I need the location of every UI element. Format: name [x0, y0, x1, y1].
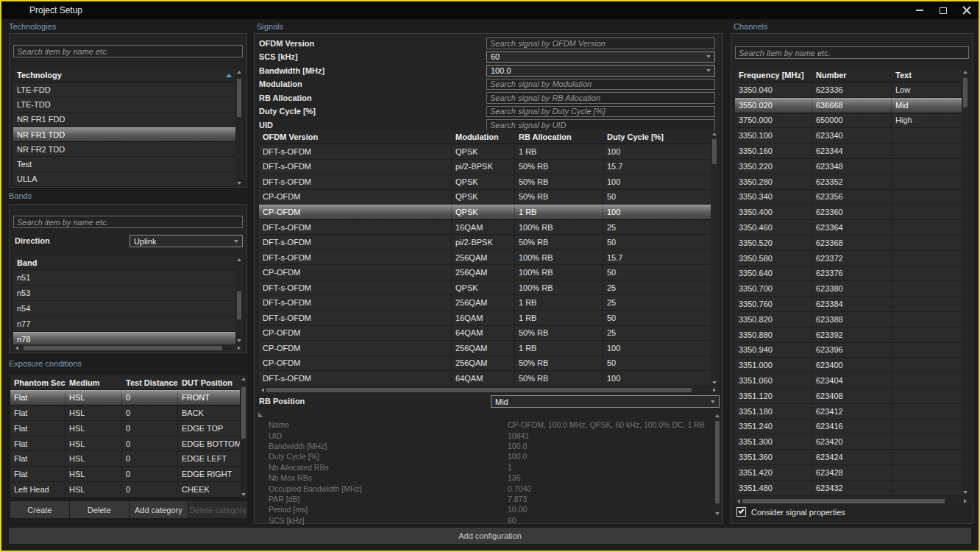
scroll-down-icon[interactable] [237, 182, 241, 185]
band-column-header[interactable]: Band [13, 256, 235, 269]
number-column-header[interactable]: Number [812, 68, 892, 82]
rb-position-dropdown[interactable]: Mid [491, 395, 720, 408]
band-row[interactable]: n78 [13, 332, 235, 344]
signal-row[interactable]: DFT-s-OFDM pi/2-BPSK 50% RB 15.7 [259, 160, 711, 175]
channel-row[interactable]: 3350.340 623356 [735, 190, 962, 205]
scroll-right-icon[interactable] [238, 346, 241, 350]
signals-horizontal-scrollbar[interactable] [259, 386, 718, 393]
technology-row[interactable]: LTE-FDD [13, 82, 235, 97]
text-column-header[interactable]: Text [892, 68, 962, 82]
technology-row[interactable]: LTE-TDD [13, 97, 235, 112]
signals-vertical-scrollbar[interactable] [711, 130, 718, 386]
signal-row[interactable]: CP-OFDM 256QAM 100% RB 50 [259, 265, 711, 280]
channel-row[interactable]: 3351.480 623432 [735, 481, 962, 496]
scroll-up-icon[interactable] [712, 132, 717, 135]
exposure-row[interactable]: Flat HSL 0 BACK [10, 406, 240, 421]
exposure-row[interactable]: Flat HSL 0 EDGE LEFT [10, 451, 240, 467]
technology-row[interactable]: ULLA [13, 172, 235, 187]
add-category-button[interactable]: Add category [129, 501, 188, 518]
band-row[interactable]: n53 [13, 286, 235, 301]
channel-row[interactable]: 3350.160 623344 [735, 144, 962, 159]
scrollbar-thumb[interactable] [742, 499, 945, 503]
exposure-row[interactable]: Flat HSL 0 EDGE RIGHT [10, 467, 240, 482]
signal-row[interactable]: DFT-s-OFDM QPSK 50% RB 100 [259, 174, 711, 190]
exposure-row[interactable]: Flat HSL 0 EDGE TOP [10, 421, 240, 436]
channel-row[interactable]: 3550.020 636668 Mid [735, 98, 962, 113]
delete-button[interactable]: Delete [70, 501, 129, 518]
uid-search-input[interactable] [486, 119, 715, 131]
channel-row[interactable]: 3351.360 623424 [735, 450, 962, 465]
maximize-button[interactable] [931, 1, 955, 19]
signal-row[interactable]: DFT-s-OFDM 16QAM 1 RB 50 [259, 311, 711, 326]
medium-column-header[interactable]: Medium [65, 375, 122, 389]
signal-row[interactable]: DFT-s-OFDM pi/2-BPSK 50% RB 50 [259, 235, 711, 250]
scrollbar-thumb[interactable] [241, 387, 246, 439]
scrollbar-thumb[interactable] [24, 346, 222, 350]
expander-icon[interactable] [258, 412, 263, 417]
bands-vertical-scrollbar[interactable] [235, 256, 243, 344]
bands-horizontal-scrollbar[interactable] [13, 344, 243, 352]
minimize-button[interactable] [908, 1, 931, 19]
signal-row[interactable]: CP-OFDM QPSK 1 RB 100 [259, 205, 711, 220]
channel-row[interactable]: 3350.040 623336 Low [735, 82, 962, 98]
scrollbar-thumb[interactable] [237, 79, 241, 117]
band-row[interactable]: n51 [13, 270, 235, 286]
band-row[interactable]: n77 [13, 316, 235, 332]
signals-table-header[interactable]: OFDM Version Modulation RB Allocation Du… [259, 130, 711, 144]
properties-scrollbar[interactable] [714, 412, 721, 517]
phantom-section-column-header[interactable]: Phantom Sect... [10, 375, 65, 389]
bands-search-input[interactable] [13, 216, 243, 228]
channel-row[interactable]: 3350.280 623352 [735, 174, 962, 190]
channel-row[interactable]: 3351.240 623416 [735, 420, 962, 435]
scroll-down-icon[interactable] [241, 493, 246, 496]
signal-row[interactable]: DFT-s-OFDM QPSK 1 RB 100 [259, 144, 711, 160]
scroll-up-icon[interactable] [715, 414, 720, 417]
exposure-row[interactable]: Flat HSL 0 EDGE BOTTOM [10, 436, 240, 452]
scroll-left-icon[interactable] [737, 499, 740, 503]
channels-search-input[interactable] [735, 46, 969, 59]
channel-row[interactable]: 3350.820 623388 [735, 312, 962, 328]
signal-row[interactable]: CP-OFDM QPSK 50% RB 50 [259, 190, 711, 205]
bandwidth-dropdown[interactable]: 100.0 [486, 65, 715, 77]
scroll-down-icon[interactable] [963, 491, 967, 494]
exposure-row[interactable]: Left Head HSL 0 CHEEK [10, 482, 240, 498]
signal-row[interactable]: CP-OFDM 256QAM 1 RB 100 [259, 341, 711, 356]
channel-row[interactable]: 3351.180 623412 [735, 404, 962, 420]
channel-row[interactable]: 3350.460 623364 [735, 220, 962, 236]
modulation-column-header[interactable]: Modulation [452, 130, 515, 144]
scroll-up-icon[interactable] [237, 71, 241, 74]
exposure-scrollbar[interactable] [240, 375, 247, 498]
ofdm-version-column-header[interactable]: OFDM Version [259, 130, 452, 144]
rb-allocation-column-header[interactable]: RB Allocation [515, 130, 603, 144]
channel-row[interactable]: 3350.700 623380 [735, 281, 962, 297]
channel-row[interactable]: 3750.000 650000 High [735, 113, 962, 129]
channel-row[interactable]: 3350.520 623368 [735, 236, 962, 251]
channel-row[interactable]: 3351.120 623408 [735, 389, 962, 404]
channel-row[interactable]: 3350.580 623372 [735, 251, 962, 266]
channel-row[interactable]: 3350.640 623376 [735, 266, 962, 282]
scroll-left-icon[interactable] [261, 388, 264, 392]
exposure-row[interactable]: Flat HSL 0 FRONT [10, 390, 240, 406]
create-button[interactable]: Create [10, 501, 69, 518]
signal-row[interactable]: DFT-s-OFDM 256QAM 100% RB 15.7 [259, 250, 711, 266]
signal-row[interactable]: DFT-s-OFDM QPSK 100% RB 25 [259, 280, 711, 296]
channel-row[interactable]: 3350.100 623340 [735, 128, 962, 144]
technologies-list-header[interactable]: Technology [13, 68, 235, 82]
channel-row[interactable]: 3351.060 623404 [735, 373, 962, 389]
channel-row[interactable]: 3350.760 623384 [735, 297, 962, 312]
scrollbar-thumb[interactable] [266, 388, 692, 392]
signal-row[interactable]: CP-OFDM 64QAM 50% RB 25 [259, 326, 711, 342]
channel-row[interactable]: 3350.880 623392 [735, 328, 962, 343]
scroll-right-icon[interactable] [964, 499, 967, 503]
dut-position-column-header[interactable]: DUT Position [178, 375, 240, 389]
channel-row[interactable]: 3351.300 623420 [735, 434, 962, 450]
channel-row[interactable]: 3351.420 623428 [735, 465, 962, 481]
scroll-right-icon[interactable] [713, 388, 716, 392]
scroll-up-icon[interactable] [237, 258, 241, 261]
consider-signal-properties-checkbox[interactable] [736, 507, 746, 517]
technology-row[interactable]: NR FR1 TDD [13, 127, 235, 142]
scs-dropdown[interactable]: 60 [486, 52, 715, 63]
signal-row[interactable]: DFT-s-OFDM 64QAM 50% RB 100 [259, 371, 711, 386]
modulation-search-input[interactable] [486, 79, 715, 91]
scroll-down-icon[interactable] [715, 512, 720, 515]
